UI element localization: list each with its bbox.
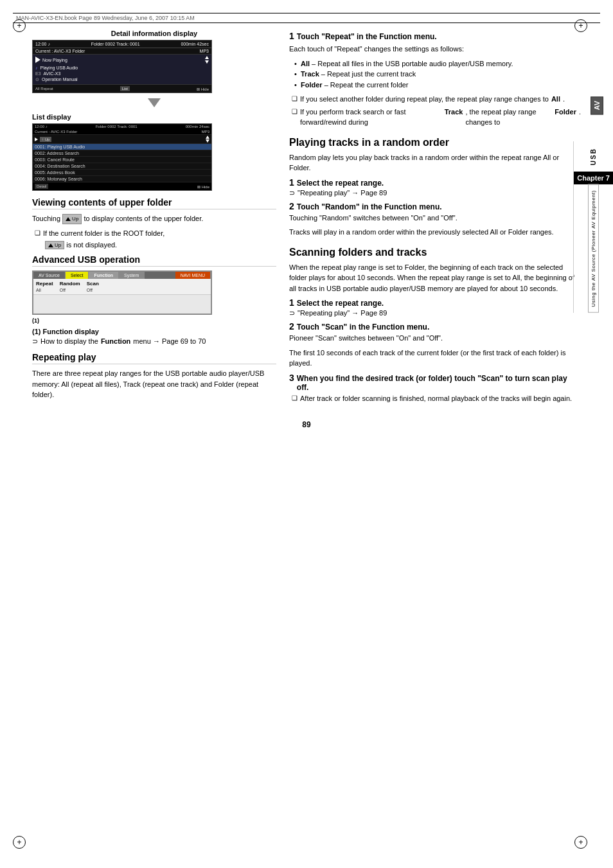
corner-top-right — [574, 19, 587, 32]
hide-btn-list[interactable]: ⊠ Hide — [197, 184, 209, 189]
viewing-note2: Up is not displayed. — [32, 241, 276, 250]
list-up-btn[interactable]: ↑ Up — [40, 137, 51, 142]
corner-bottom-right — [574, 836, 587, 849]
caption-1: (1) — [32, 317, 276, 324]
list-with-scroll: ↑ Up 0001: Playing USB Audio 0002: Addre… — [33, 135, 211, 182]
viewing-section: Viewing contents of upper folder Touchin… — [32, 197, 276, 249]
usb-chapter-sidebar: USB Chapter 7 Using the AV Source (Pione… — [573, 141, 613, 313]
advanced-usb-section: Advanced USB operation AV Source Select … — [32, 254, 276, 346]
scanning-step2: 2 Touch "Scan" in the Function menu. Pio… — [289, 321, 581, 369]
step1-bullets: All – Repeat all files in the USB portab… — [289, 58, 581, 91]
chapter-sub-label: Using the AV Source (Pioneer AV Equipmen… — [588, 184, 599, 313]
list-screen: 12:00 ♪ Folder 0002 Track: 0001 000min 2… — [32, 123, 212, 191]
func-random-col: Random Off — [60, 281, 80, 292]
bullet-track: Track – Repeat just the current track — [294, 69, 581, 80]
func-repeat-col: Repeat All — [36, 281, 53, 292]
list-item-0006[interactable]: 0006: Motorway Search — [33, 176, 211, 182]
main-content: Detail information display 12:00 ♪ Folde… — [13, 30, 600, 407]
list-item-0001[interactable]: 0001: Playing USB Audio — [33, 144, 211, 150]
scanning-step1-heading: Select the repeat range. — [297, 299, 384, 308]
list-item-0004[interactable]: 0004: Destination Search — [33, 163, 211, 170]
step1-body: Each touch of "Repeat" changes the setti… — [289, 44, 581, 55]
tab-navi-menu[interactable]: NAVI MENU — [175, 272, 211, 279]
repeating-play-body: There are three repeat play ranges for t… — [32, 368, 276, 400]
all-repeat-btn[interactable]: All Repeat — [35, 87, 53, 91]
random-step2-heading: Touch "Random" in the Function menu. — [297, 202, 442, 211]
now-playing-label: Now Playing — [42, 58, 67, 62]
av-sidebar: AV — [591, 96, 603, 114]
func-scan-col: Scan Off — [87, 281, 99, 292]
random-step1-refer: "Repeating play" → Page 89 — [289, 189, 581, 197]
detail-screen: 12:00 ♪ Folder 0002 Track: 0001 000min 4… — [32, 40, 212, 93]
detail-info-heading: Detail information display — [32, 30, 276, 37]
playing-random-heading: Playing tracks in a random order — [289, 137, 581, 148]
track-folder: AVIC-X3 — [44, 71, 61, 76]
scanning-step3-heading: When you find the desired track (or fold… — [297, 374, 581, 392]
function-screen-bottom — [33, 294, 211, 314]
random-step2-note: Tracks will play in a random order withi… — [289, 227, 581, 238]
note-track-search: If you perform track search or fast forw… — [289, 107, 581, 128]
track-list-detail: ♪Playing USB Audio E3AVIC-X3 ⊙Operation … — [33, 65, 211, 83]
scroll-up-arrow[interactable] — [205, 56, 209, 59]
step1-touch-repeat: 1 Touch "Repeat" in the Function menu. E… — [289, 31, 581, 128]
function-display-refer: How to display the Function menu → Page … — [32, 337, 276, 346]
list-screen-header: 12:00 ♪ Folder 0002 Track: 0001 000min 2… — [33, 124, 211, 129]
viewing-note1: If the current folder is the ROOT folder… — [32, 228, 276, 239]
detail-info-section: Detail information display 12:00 ♪ Folde… — [32, 30, 276, 191]
list-btn[interactable]: List — [120, 86, 130, 91]
up-arrow-icon2 — [48, 244, 53, 247]
playing-random-section: Playing tracks in a random order Random … — [289, 137, 581, 238]
section-arrow — [148, 98, 161, 107]
page: MAN-AVIC-X3-EN.book Page 89 Wednesday, J… — [0, 0, 613, 868]
scroll-down-arrow[interactable] — [205, 60, 209, 64]
screen-top-bar: 12:00 ♪ Folder 0002 Track: 0001 000min 4… — [33, 40, 211, 48]
screen-format: MP3 — [200, 49, 209, 53]
scanning-step3-note: After track or folder scanning is finish… — [289, 393, 581, 404]
note-folder-change: If you select another folder during repe… — [289, 94, 581, 105]
left-column: Detail information display 12:00 ♪ Folde… — [32, 30, 276, 407]
tab-av-source[interactable]: AV Source — [33, 272, 66, 279]
repeating-play-heading: Repeating play — [32, 352, 276, 364]
right-column: 1 Touch "Repeat" in the Function menu. E… — [289, 30, 581, 407]
repeating-play-section: Repeating play There are three repeat pl… — [32, 352, 276, 400]
up-button-inline[interactable]: Up — [62, 214, 82, 224]
advanced-usb-heading: Advanced USB operation — [32, 254, 276, 267]
random-step2: 2 Touch "Random" in the Function menu. T… — [289, 201, 581, 238]
random-step1: 1 Select the repeat range. "Repeating pl… — [289, 177, 581, 197]
list-item-0002[interactable]: 0002: Address Search — [33, 150, 211, 157]
chapter-box: Chapter 7 — [574, 172, 613, 184]
list-arr-down[interactable] — [206, 139, 209, 143]
func-random-value: Off — [60, 288, 80, 292]
function-display-heading: (1) Function display — [32, 328, 276, 335]
scanning-step2-note: The first 10 seconds of each track of th… — [289, 348, 581, 369]
list-screen-controls: Detail ⊠ Hide — [33, 182, 211, 190]
list-item-0005[interactable]: 0005: Address Book — [33, 170, 211, 176]
up-button-note[interactable]: Up — [45, 241, 64, 249]
step1-number: 1 — [289, 31, 294, 41]
detail-btn[interactable]: Detail — [35, 184, 48, 189]
screen-time-right: 000min 42sec — [181, 42, 209, 46]
func-scan-value: Off — [87, 288, 99, 292]
hide-btn-detail[interactable]: ⊠ Hide — [197, 87, 209, 91]
func-random-label: Random — [60, 281, 80, 287]
corner-top-left — [13, 19, 26, 32]
list-item-0003[interactable]: 0003: Cancel Route — [33, 157, 211, 163]
scanning-step2-body: Pioneer "Scan" switches between "On" and… — [289, 333, 581, 344]
usb-label: USB — [587, 141, 600, 172]
track-list-items: ↑ Up 0001: Playing USB Audio 0002: Addre… — [33, 135, 211, 182]
up-arrow-icon — [66, 217, 71, 221]
screen-folder: Folder 0002 Track: 0001 — [91, 42, 140, 46]
scanning-step3: 3 When you find the desired track (or fo… — [289, 373, 581, 404]
track-playing: Playing USB Audio — [40, 66, 78, 70]
tab-system[interactable]: System — [119, 272, 145, 279]
tab-select[interactable]: Select — [66, 272, 89, 279]
list-item-1[interactable]: ↑ Up — [33, 135, 211, 144]
bullet-all: All – Repeat all files in the USB portab… — [294, 58, 581, 69]
list-arr-up[interactable] — [206, 136, 209, 139]
func-repeat-label: Repeat — [36, 281, 53, 287]
item-arrow — [35, 137, 38, 141]
track-manual: Operation Manual — [42, 77, 78, 82]
tab-function[interactable]: Function — [89, 272, 119, 279]
screen-time: 12:00 ♪ — [35, 42, 50, 46]
random-step1-heading: Select the repeat range. — [297, 179, 384, 188]
